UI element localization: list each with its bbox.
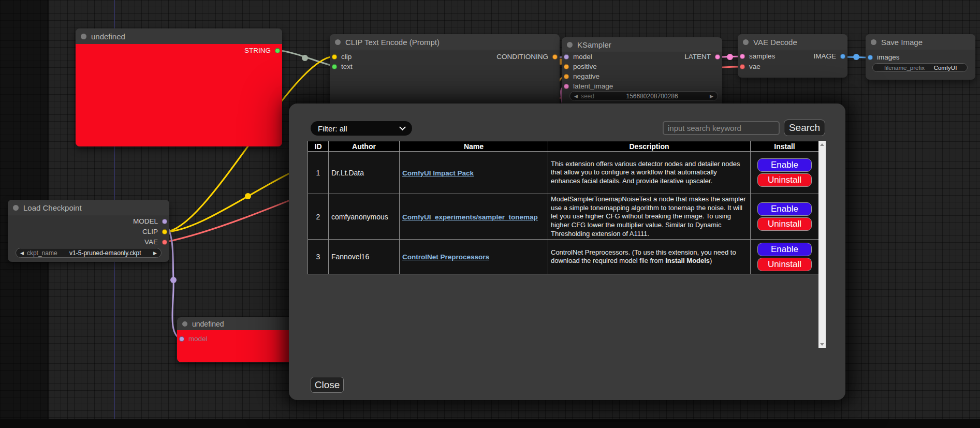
scroll-down-icon[interactable] [818, 341, 826, 348]
enable-button[interactable]: Enable [757, 202, 812, 216]
extension-link[interactable]: ControlNet Preprocessors [402, 253, 489, 261]
seed-widget[interactable]: ◀ seed 156680208700286 ▶ [569, 91, 718, 101]
node-title-bar[interactable]: VAE Decode [738, 34, 847, 50]
collapse-dot-icon[interactable] [743, 39, 749, 45]
scroll-up-icon[interactable] [818, 141, 826, 148]
collapse-dot-icon[interactable] [335, 39, 341, 45]
port-label: VAE [144, 238, 158, 246]
table-row: 3 Fannovel16 ControlNet Preprocessors Co… [308, 240, 819, 274]
canvas-boundary-bottom [0, 419, 980, 428]
column-header-id: ID [308, 141, 329, 152]
table-row: 2 comfyanonymous ComfyUI_experiments/sam… [308, 194, 819, 240]
filter-select[interactable]: Filter: all [311, 121, 412, 136]
comfyui-app: undefined STRING CLIP Text Encode (Promp… [0, 0, 980, 428]
enable-button[interactable]: Enable [757, 158, 812, 172]
node-error-body: model [177, 330, 296, 362]
port-label: LATENT [684, 53, 711, 61]
latent-output-port[interactable] [715, 54, 720, 60]
text-input-port[interactable] [332, 64, 337, 69]
node-title-bar[interactable]: Save Image [866, 34, 975, 50]
uninstall-button[interactable]: Uninstall [757, 173, 812, 187]
clip-input-port[interactable] [332, 54, 337, 60]
next-arrow-icon[interactable]: ▶ [153, 250, 157, 256]
node-title-bar[interactable]: undefined [177, 317, 296, 330]
prev-arrow-icon[interactable]: ◀ [20, 250, 24, 256]
chevron-down-icon [399, 124, 406, 130]
node-vae-decode[interactable]: VAE Decode samples vae IMAGE [738, 34, 847, 78]
node-save-image[interactable]: Save Image images filename_prefix ComfyU… [866, 34, 975, 80]
model-input-port[interactable] [179, 336, 184, 342]
close-button[interactable]: Close [311, 377, 344, 393]
port-label: CLIP [142, 228, 158, 235]
extension-manager-dialog: Filter: all Search ID Author Name Descri… [289, 104, 845, 400]
clip-output-port[interactable] [162, 229, 167, 234]
model-input-port[interactable] [564, 54, 569, 60]
port-label: positive [573, 63, 597, 70]
string-output-port[interactable] [275, 48, 280, 53]
node-title-bar[interactable]: CLIP Text Encode (Prompt) [330, 34, 560, 50]
ckpt-name-widget[interactable]: ◀ ckpt_name v1-5-pruned-emaonly.ckpt ▶ [16, 248, 162, 258]
vae-input-port[interactable] [740, 64, 745, 69]
table-row: 1 Dr.Lt.Data ComfyUI Impact Pack This ex… [308, 152, 819, 194]
extension-id: 3 [308, 240, 329, 274]
collapse-dot-icon[interactable] [871, 39, 876, 45]
column-header-name: Name [400, 141, 548, 152]
node-title: Load Checkpoint [23, 203, 82, 212]
filter-select-value: Filter: all [318, 124, 347, 133]
extension-id: 1 [308, 152, 329, 194]
port-label: latent_image [573, 82, 613, 90]
model-output-port[interactable] [162, 219, 167, 224]
collapse-dot-icon[interactable] [13, 205, 19, 211]
port-label: vae [749, 63, 760, 70]
enable-button[interactable]: Enable [757, 243, 812, 256]
node-load-checkpoint[interactable]: Load Checkpoint MODEL CLIP VAE ◀ ckpt_na… [8, 200, 169, 262]
negative-input-port[interactable] [564, 74, 569, 79]
table-scrollbar[interactable] [818, 141, 826, 348]
filename-prefix-widget[interactable]: filename_prefix ComfyUI [872, 63, 968, 72]
collapse-dot-icon[interactable] [182, 321, 187, 327]
positive-input-port[interactable] [564, 64, 569, 69]
extension-author: Dr.Lt.Data [329, 152, 400, 194]
images-input-port[interactable] [868, 55, 873, 60]
port-label: negative [573, 72, 599, 80]
image-output-port[interactable] [840, 54, 845, 59]
search-button[interactable]: Search [784, 120, 825, 136]
table-header-row: ID Author Name Description Install [308, 141, 819, 152]
extension-description: This extension offers various detector n… [548, 152, 751, 194]
widget-name: seed [581, 93, 594, 100]
uninstall-button[interactable]: Uninstall [757, 217, 812, 231]
conditioning-output-port[interactable] [552, 54, 558, 60]
increment-arrow-icon[interactable]: ▶ [710, 94, 713, 99]
widget-name: filename_prefix [884, 65, 925, 71]
node-undefined-top[interactable]: undefined STRING [76, 28, 282, 146]
extension-id: 2 [308, 194, 329, 240]
port-label: model [188, 335, 208, 343]
extension-description: ControlNet Preprocessors. (To use this e… [548, 240, 751, 274]
latent-image-input-port[interactable] [564, 84, 569, 89]
port-label: model [573, 53, 592, 61]
extension-table: ID Author Name Description Install 1 Dr.… [308, 141, 819, 274]
widget-name: ckpt_name [27, 249, 57, 257]
node-title: VAE Decode [753, 38, 797, 47]
node-title-bar[interactable]: Load Checkpoint [8, 200, 169, 215]
node-undefined-bottom[interactable]: undefined model [177, 317, 296, 362]
node-title: undefined [192, 320, 224, 328]
widget-value: 156680208700286 [626, 93, 678, 100]
search-input[interactable] [663, 121, 780, 135]
uninstall-button[interactable]: Uninstall [757, 258, 812, 271]
port-label: clip [341, 53, 352, 61]
decrement-arrow-icon[interactable]: ◀ [574, 94, 578, 99]
extension-author: Fannovel16 [329, 240, 400, 274]
node-title-bar[interactable]: KSampler [562, 37, 722, 52]
collapse-dot-icon[interactable] [81, 34, 86, 39]
extension-author: comfyanonymous [329, 194, 400, 240]
collapse-dot-icon[interactable] [567, 42, 573, 48]
vae-output-port[interactable] [162, 240, 167, 245]
extension-link[interactable]: ComfyUI_experiments/sampler_tonemap [402, 213, 538, 221]
widget-value: v1-5-pruned-emaonly.ckpt [69, 249, 141, 257]
samples-input-port[interactable] [740, 54, 745, 59]
extension-description: ModelSamplerTonemapNoiseTest a node that… [548, 194, 751, 240]
extension-link[interactable]: ComfyUI Impact Pack [402, 169, 474, 177]
node-title: undefined [91, 32, 125, 41]
node-title-bar[interactable]: undefined [76, 28, 282, 44]
